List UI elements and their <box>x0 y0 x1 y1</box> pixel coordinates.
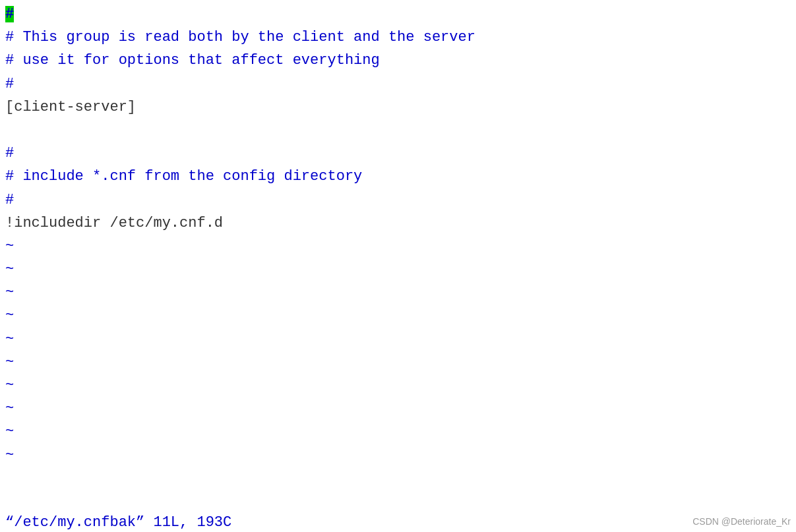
line-2: # This group is read both by the client … <box>5 26 791 49</box>
status-bar: “/etc/my.cnfbak” 11L, 193C <box>0 513 796 532</box>
tilde-line-9: ~ <box>5 420 791 443</box>
line-5: [client-server] <box>5 96 791 119</box>
line-6 <box>5 119 791 142</box>
tilde-line-7: ~ <box>5 374 791 397</box>
tilde-line-5: ~ <box>5 328 791 351</box>
tilde-line-4: ~ <box>5 304 791 327</box>
line-1: # <box>5 3 791 26</box>
tilde-line-3: ~ <box>5 281 791 304</box>
editor-area: # # This group is read both by the clien… <box>0 0 796 469</box>
line-4: # <box>5 73 791 96</box>
tilde-line-1: ~ <box>5 235 791 258</box>
tilde-line-10: ~ <box>5 444 791 467</box>
line-9: # <box>5 189 791 212</box>
line-3: # use it for options that affect everyth… <box>5 49 791 72</box>
tilde-line-6: ~ <box>5 351 791 374</box>
tilde-line-2: ~ <box>5 258 791 281</box>
line-7: # <box>5 142 791 165</box>
line-8: # include *.cnf from the config director… <box>5 165 791 188</box>
tilde-line-8: ~ <box>5 397 791 420</box>
line-10: !includedir /etc/my.cnf.d <box>5 212 791 235</box>
status-text: “/etc/my.cnfbak” 11L, 193C <box>5 514 231 531</box>
watermark: CSDN @Deteriorate_Kr <box>692 516 791 527</box>
